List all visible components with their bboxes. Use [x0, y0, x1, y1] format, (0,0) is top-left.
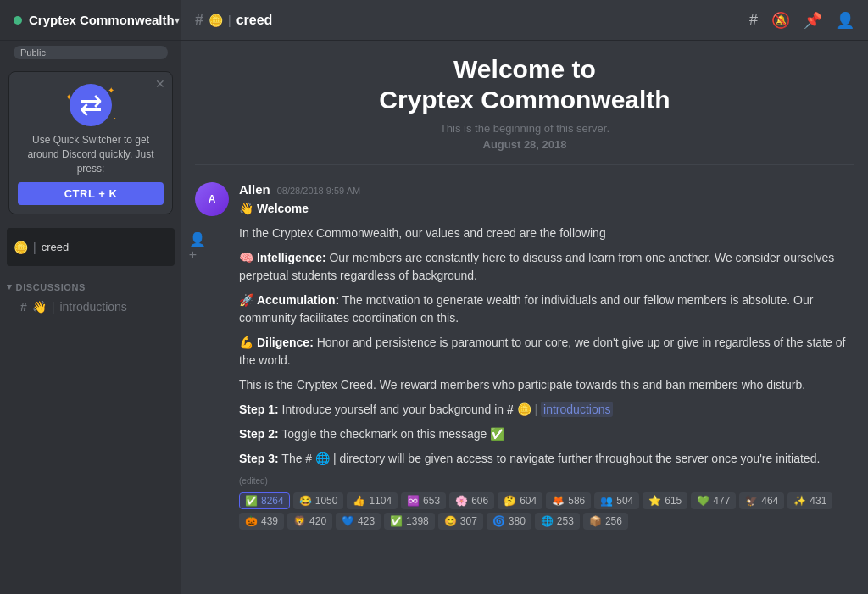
step1-bold: Step 1: — [239, 402, 279, 416]
message-author: Allen — [239, 182, 270, 197]
reaction-count-1: 1050 — [315, 495, 338, 507]
reaction-count-4: 606 — [471, 495, 488, 507]
top-bar: # 🪙 | creed # 🔕 📌 👤 — [181, 0, 868, 41]
ctrl-k-button[interactable]: CTRL + K — [18, 182, 164, 205]
welcome-subtitle: This is the beginning of this server. — [195, 122, 854, 135]
reaction-count-6: 586 — [568, 495, 585, 507]
channel-emoji-intro: 👋 — [32, 300, 47, 314]
category-chevron-icon: ▾ — [7, 281, 13, 292]
intelligence-emoji: 🧠 — [239, 251, 253, 264]
step1-channel-emoji: 🪙 — [517, 402, 531, 416]
reactions-area: ✅8264 😂1050 👍1104 ♾️653 🌸606 🤔604 🦊586 👥… — [239, 492, 854, 530]
reaction-18[interactable]: 🌐253 — [535, 513, 580, 530]
public-badge: Public — [14, 46, 168, 59]
step2-bold: Step 2: — [239, 427, 279, 441]
switcher-icon-container: ⇄ ✦ · ✦ — [65, 84, 116, 126]
server-welcome: Welcome to Cryptex Commonwealth This is … — [195, 54, 854, 165]
channel-emoji-search: 🪙 — [14, 241, 28, 254]
topbar-channel-emoji: 🪙 — [209, 14, 223, 27]
greeting-emoji: 👋 — [239, 202, 253, 215]
welcome-date: August 28, 2018 — [195, 138, 854, 151]
para-intelligence: 🧠 Intelligence: Our members are constant… — [239, 249, 854, 285]
reaction-count-2: 1104 — [369, 495, 392, 507]
reaction-2[interactable]: 👍1104 — [347, 492, 398, 509]
avatar-allen: A — [195, 182, 229, 216]
reaction-15[interactable]: ✅1398 — [384, 513, 435, 530]
step3-text: The # — [281, 452, 315, 465]
channel-search-input[interactable] — [42, 241, 184, 253]
reaction-12[interactable]: 🎃439 — [239, 513, 284, 530]
accumulation-bold: Accumulation: — [257, 293, 339, 307]
reaction-4[interactable]: 🌸606 — [449, 492, 494, 509]
channel-introductions[interactable]: # 👋 | introductions — [7, 297, 175, 317]
reaction-count-0: 8264 — [261, 495, 284, 507]
pin-icon[interactable]: 📌 — [804, 11, 822, 30]
topbar-channel-name: creed — [236, 13, 273, 28]
step1-hash-icon: # — [507, 402, 514, 416]
chevron-down-icon: ▾ — [175, 14, 180, 26]
reaction-0[interactable]: ✅8264 — [239, 492, 290, 509]
switcher-arrows-icon: ⇄ — [70, 84, 112, 126]
message-content-allen: Allen 08/28/2018 9:59 AM 👋 Welcome In th… — [239, 182, 854, 530]
reaction-8[interactable]: ⭐615 — [643, 492, 687, 509]
main-content: # 🪙 | creed # 🔕 📌 👤 Welcome to Cryptex C… — [181, 0, 868, 594]
reaction-count-9: 477 — [713, 495, 730, 507]
top-bar-icons: # 🔕 📌 👤 — [749, 11, 854, 30]
reaction-19[interactable]: 📦256 — [583, 513, 628, 530]
reaction-10[interactable]: 🦅464 — [739, 492, 784, 509]
reaction-count-5: 604 — [520, 495, 537, 507]
step3-emoji: 🌐 — [315, 452, 330, 465]
close-button[interactable]: ✕ — [155, 77, 165, 91]
category-label: DISCUSSIONS — [16, 282, 86, 292]
reaction-count-8: 615 — [665, 495, 682, 507]
para-diligence: 💪 Diligence: Honor and persistence is pa… — [239, 334, 854, 369]
add-member-icon[interactable]: 👤+ — [189, 231, 206, 263]
step1-pipe: | — [535, 402, 538, 416]
step3-bold: Step 3: — [239, 452, 279, 465]
pipe-intro: | — [52, 300, 55, 314]
intelligence-text: Our members are constantly here to discu… — [239, 251, 834, 282]
reaction-5[interactable]: 🤔604 — [498, 492, 542, 509]
hashtag-icon[interactable]: # — [749, 11, 758, 29]
reaction-6[interactable]: 🦊586 — [546, 492, 591, 509]
reaction-count-18: 253 — [557, 515, 574, 527]
accumulation-emoji: 🚀 — [239, 293, 253, 307]
greeting-text: Welcome — [257, 202, 309, 215]
quick-switcher-popup: ✕ ⇄ ✦ · ✦ Use Quick Switcher to get arou… — [8, 71, 173, 214]
reaction-count-16: 307 — [460, 515, 477, 527]
message-timestamp: 08/28/2018 9:59 AM — [277, 186, 360, 196]
members-icon[interactable]: 👤 — [836, 11, 854, 30]
reaction-7[interactable]: 👥504 — [594, 492, 639, 509]
reaction-11[interactable]: ✨431 — [787, 492, 832, 509]
step1-text: Introduce yourself and your background i… — [282, 402, 507, 416]
discussions-category[interactable]: ▾ DISCUSSIONS — [0, 269, 181, 296]
introductions-link[interactable]: introductions — [541, 402, 613, 417]
server-name: Cryptex Commonwealth — [29, 13, 175, 27]
step3-text2: | directory will be given access to navi… — [333, 452, 820, 465]
reaction-9[interactable]: 💚477 — [691, 492, 736, 509]
channel-search-bar[interactable]: 🪙 | 👤+ — [7, 228, 175, 266]
channel-name-introductions: introductions — [59, 300, 126, 314]
creed-text: This is the Cryptex Creed. We reward mem… — [239, 376, 854, 394]
reaction-count-7: 504 — [616, 495, 633, 507]
messages-area[interactable]: Welcome to Cryptex Commonwealth This is … — [181, 41, 868, 594]
bell-slash-icon[interactable]: 🔕 — [771, 11, 790, 30]
reaction-1[interactable]: 😂1050 — [293, 492, 344, 509]
topbar-hash-icon: # — [195, 11, 203, 29]
para-accumulation: 🚀 Accumulation: The motivation to genera… — [239, 291, 854, 327]
reaction-13[interactable]: 🦁420 — [287, 513, 332, 530]
reaction-16[interactable]: 😊307 — [438, 513, 483, 530]
step1: Step 1: Introduce yourself and your back… — [239, 401, 854, 419]
topbar-pipe: | — [228, 14, 231, 27]
server-header[interactable]: Cryptex Commonwealth ▾ — [0, 0, 181, 41]
body-intro: In the Cryptex Commonwealth, our values … — [239, 225, 854, 242]
reaction-17[interactable]: 🌀380 — [487, 513, 531, 530]
diligence-bold: Diligence: — [257, 336, 314, 349]
reaction-3[interactable]: ♾️653 — [401, 492, 446, 509]
step2-text: Toggle the checkmark on this message — [281, 427, 490, 441]
reaction-14[interactable]: 💙423 — [336, 513, 381, 530]
pipe-search: | — [33, 241, 36, 254]
diligence-emoji: 💪 — [239, 336, 253, 349]
intelligence-bold: Intelligence: — [257, 251, 326, 264]
sparkle-icon-2: · — [114, 114, 116, 123]
